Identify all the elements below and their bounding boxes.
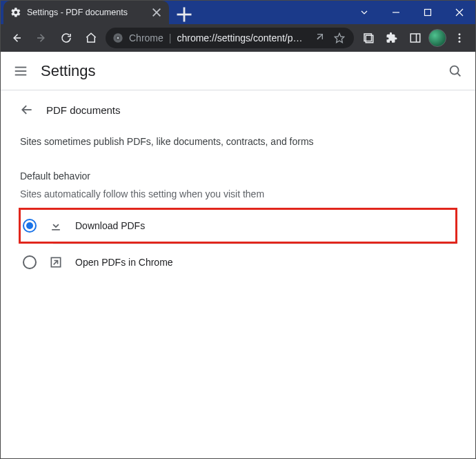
svg-point-18 [459,33,461,35]
profile-avatar[interactable] [428,29,446,47]
extensions-icon[interactable] [381,28,402,48]
download-icon [49,219,63,233]
svg-rect-1 [425,10,431,16]
tab-title: Settings - PDF documents [27,8,146,17]
address-bar[interactable]: Chrome | chrome://settings/content/pdfDo… [106,28,354,48]
option-download-pdfs[interactable]: Download PDFs [20,209,456,242]
svg-point-24 [450,66,459,74]
page-back-button[interactable] [20,103,34,117]
section-heading: Default behavior [20,170,456,182]
browser-tab[interactable]: Settings - PDF documents [3,1,169,24]
browser-menu-button[interactable] [449,28,470,48]
section-subtext: Sites automatically follow this setting … [20,188,456,199]
svg-line-25 [457,72,460,75]
svg-point-12 [117,37,119,39]
svg-rect-27 [52,229,60,231]
svg-marker-13 [335,33,344,42]
url-text: chrome://settings/content/pdfDo… [177,32,306,43]
radio-open-in-chrome[interactable] [23,255,37,269]
page-title: PDF documents [46,104,121,116]
hamburger-menu-button[interactable] [13,64,28,79]
search-button[interactable] [448,64,463,79]
url-scheme-label: Chrome [129,32,163,43]
window-close-button[interactable] [444,1,475,24]
page-description: Sites sometimes publish PDFs, like docum… [20,136,456,147]
nav-forward-button[interactable] [31,28,52,48]
side-panel-icon[interactable] [405,28,426,48]
bookmark-star-icon[interactable] [332,28,347,48]
radio-download-pdfs[interactable] [23,219,37,233]
svg-rect-16 [410,34,420,42]
option-divider [53,244,456,244]
svg-point-19 [459,37,461,39]
url-separator: | [169,32,172,43]
settings-content: PDF documents Sites sometimes publish PD… [1,90,475,291]
tab-overview-icon[interactable] [358,28,379,48]
window-maximize-button[interactable] [412,1,444,24]
option-label: Open PDFs in Chrome [75,257,173,268]
new-tab-button[interactable] [175,5,194,24]
browser-toolbar: Chrome | chrome://settings/content/pdfDo… [1,24,475,52]
chrome-icon [112,32,123,43]
tab-close-button[interactable] [151,7,162,18]
nav-back-button[interactable] [6,28,27,48]
option-open-in-chrome[interactable]: Open PDFs in Chrome [20,246,456,279]
window-minimize-dropdown-icon[interactable] [348,1,380,24]
open-in-new-icon [49,255,63,269]
settings-header: Settings [1,52,475,90]
option-label: Download PDFs [75,220,145,231]
settings-title: Settings [41,62,96,80]
nav-reload-button[interactable] [56,28,77,48]
share-icon[interactable] [311,28,326,48]
nav-home-button[interactable] [81,28,101,48]
gear-icon [10,7,21,18]
svg-point-20 [459,41,461,43]
window-minimize-button[interactable] [380,1,412,24]
